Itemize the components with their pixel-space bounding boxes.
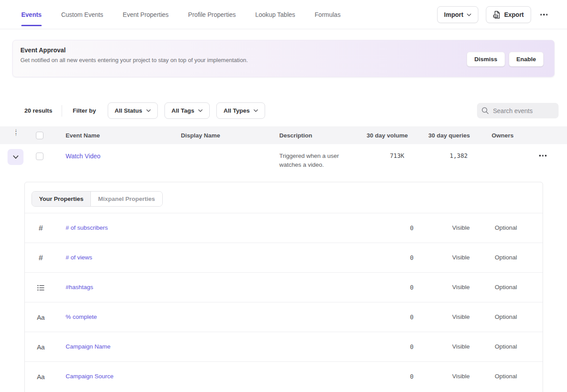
select-all-checkbox[interactable] bbox=[36, 132, 43, 139]
property-visibility: Visible bbox=[452, 224, 470, 231]
import-button[interactable]: Import bbox=[437, 6, 479, 23]
search-box[interactable] bbox=[477, 103, 559, 118]
property-visibility: Visible bbox=[452, 373, 470, 380]
results-count: 20 results bbox=[24, 107, 52, 114]
property-name-link[interactable]: # of subscribers bbox=[66, 224, 108, 231]
collapse-all-icon[interactable]: ↓↑ bbox=[12, 128, 20, 136]
column-header-owners[interactable]: Owners bbox=[492, 126, 514, 144]
property-requirement: Optional bbox=[495, 373, 517, 380]
property-volume: 0 bbox=[387, 373, 414, 380]
event-properties-panel: Your Properties Mixpanel Properties # # … bbox=[24, 182, 543, 392]
tab-events[interactable]: Events bbox=[21, 8, 42, 21]
property-visibility: Visible bbox=[452, 314, 470, 320]
property-row: #hashtags 0 Visible Optional bbox=[25, 272, 543, 302]
event-description: Triggered when a user watches a video. bbox=[279, 152, 352, 169]
chevron-down-icon bbox=[146, 109, 151, 112]
types-filter-dropdown[interactable]: All Types bbox=[216, 102, 265, 119]
chevron-down-icon bbox=[198, 109, 203, 112]
chevron-down-icon bbox=[254, 109, 258, 112]
tab-mixpanel-properties[interactable]: Mixpanel Properties bbox=[90, 192, 162, 206]
column-header-event-name[interactable]: Event Name bbox=[66, 126, 100, 144]
property-requirement: Optional bbox=[495, 224, 517, 231]
property-name-link[interactable]: #hashtags bbox=[66, 284, 93, 290]
row-more-options-icon[interactable] bbox=[537, 152, 548, 159]
dismiss-button[interactable]: Dismiss bbox=[467, 52, 505, 67]
types-filter-label: All Types bbox=[223, 107, 250, 114]
property-volume: 0 bbox=[387, 314, 414, 321]
text-type-icon: Aa bbox=[35, 332, 46, 362]
tab-custom-events[interactable]: Custom Events bbox=[61, 8, 103, 21]
property-row: Aa Campaign Name 0 Visible Optional bbox=[25, 332, 543, 361]
banner-subtitle: Get notified on all new events entering … bbox=[20, 57, 248, 63]
property-volume: 0 bbox=[387, 224, 414, 231]
chevron-down-icon bbox=[467, 13, 471, 16]
property-volume: 0 bbox=[387, 343, 414, 350]
property-visibility: Visible bbox=[452, 254, 470, 261]
toolbar-divider bbox=[62, 105, 62, 117]
event-30day-queries: 1,382 bbox=[410, 152, 468, 159]
svg-text:csv: csv bbox=[494, 15, 498, 17]
tab-lookup-tables[interactable]: Lookup Tables bbox=[255, 8, 295, 21]
column-header-queries[interactable]: 30 day queries bbox=[412, 126, 470, 144]
number-type-icon: # bbox=[35, 243, 46, 273]
tags-filter-label: All Tags bbox=[172, 107, 195, 114]
list-type-icon bbox=[35, 273, 46, 302]
text-type-icon: Aa bbox=[35, 362, 46, 392]
property-name-link[interactable]: # of views bbox=[66, 254, 92, 261]
column-header-volume[interactable]: 30 day volume bbox=[350, 126, 408, 144]
property-name-link[interactable]: Campaign Source bbox=[66, 373, 113, 380]
import-button-label: Import bbox=[444, 11, 464, 18]
row-checkbox[interactable] bbox=[36, 153, 43, 160]
property-volume: 0 bbox=[387, 284, 414, 291]
text-type-icon: Aa bbox=[35, 302, 46, 332]
top-nav-bar: Events Custom Events Event Properties Pr… bbox=[0, 0, 567, 29]
more-options-icon[interactable] bbox=[539, 11, 550, 18]
property-row: Aa % complete 0 Visible Optional bbox=[25, 302, 543, 332]
table-row-watch-video: Watch Video Triggered when a user watche… bbox=[0, 144, 567, 172]
properties-tab-group: Your Properties Mixpanel Properties bbox=[31, 191, 163, 207]
number-type-icon: # bbox=[35, 213, 46, 243]
property-row: Aa Campaign Source 0 Visible Optional bbox=[25, 361, 543, 391]
status-filter-dropdown[interactable]: All Status bbox=[108, 102, 158, 119]
enable-button[interactable]: Enable bbox=[509, 52, 544, 67]
tab-event-properties[interactable]: Event Properties bbox=[123, 8, 169, 21]
csv-file-icon: csv bbox=[493, 11, 501, 19]
property-visibility: Visible bbox=[452, 343, 470, 350]
property-volume: 0 bbox=[387, 254, 414, 261]
property-name-link[interactable]: Campaign Name bbox=[66, 343, 110, 350]
column-header-display-name[interactable]: Display Name bbox=[181, 126, 220, 144]
collapse-row-button[interactable] bbox=[8, 149, 23, 165]
property-row: # # of subscribers 0 Visible Optional bbox=[25, 213, 543, 243]
tab-profile-properties[interactable]: Profile Properties bbox=[188, 8, 235, 21]
lexicon-tabs: Events Custom Events Event Properties Pr… bbox=[21, 8, 340, 21]
search-input[interactable] bbox=[493, 107, 555, 114]
property-requirement: Optional bbox=[495, 284, 517, 290]
tab-formulas[interactable]: Formulas bbox=[315, 8, 340, 21]
tags-filter-dropdown[interactable]: All Tags bbox=[164, 102, 210, 119]
property-requirement: Optional bbox=[495, 314, 517, 320]
search-icon bbox=[481, 107, 489, 114]
property-visibility: Visible bbox=[452, 284, 470, 290]
event-name-link[interactable]: Watch Video bbox=[66, 153, 101, 160]
export-button-label: Export bbox=[504, 11, 524, 18]
filter-by-label: Filter by bbox=[73, 107, 96, 114]
chevron-down-icon bbox=[13, 155, 19, 159]
event-approval-banner: Event Approval Get notified on all new e… bbox=[12, 40, 555, 77]
property-requirement: Optional bbox=[495, 343, 517, 350]
event-30day-volume: 713K bbox=[347, 152, 404, 159]
export-button[interactable]: csv Export bbox=[486, 6, 531, 23]
banner-title: Event Approval bbox=[20, 47, 66, 54]
filter-toolbar: 20 results Filter by All Status All Tags… bbox=[24, 102, 272, 119]
status-filter-label: All Status bbox=[115, 107, 142, 114]
column-header-description[interactable]: Description bbox=[279, 126, 312, 144]
property-row: # # of views 0 Visible Optional bbox=[25, 243, 543, 272]
property-requirement: Optional bbox=[495, 254, 517, 261]
property-name-link[interactable]: % complete bbox=[66, 314, 97, 320]
events-table-header: ↓↑ Event Name Display Name Description 3… bbox=[0, 126, 567, 144]
tab-your-properties[interactable]: Your Properties bbox=[32, 192, 90, 206]
